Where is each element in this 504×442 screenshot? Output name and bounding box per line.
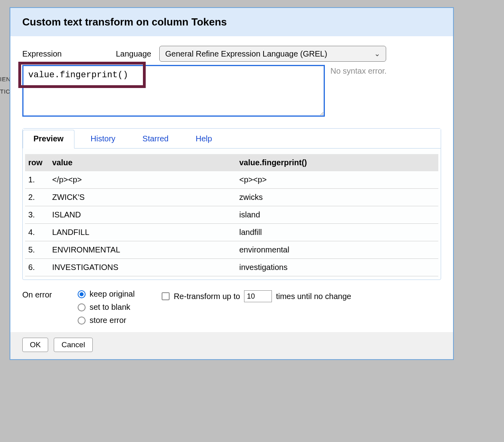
tab-help[interactable]: Help [185,130,223,149]
cell-result: investigations [236,259,438,276]
table-row: 1.</p><p><p><p> [25,171,438,189]
cell-result: landfill [236,224,438,241]
expression-label: Expression [22,49,112,59]
table-row: 2.ZWICK'Szwicks [25,189,438,206]
dialog-footer: OK Cancel [10,332,453,359]
radio-keep-original[interactable] [78,290,86,298]
cell-row: 6. [25,259,49,276]
onerror-label: On error [22,289,68,299]
tab-preview[interactable]: Preview [23,130,74,149]
radio-store-error[interactable] [78,317,86,325]
chevron-down-icon: ⌄ [374,49,380,58]
retransform-count-input[interactable] [244,290,272,302]
preview-table: row value value.fingerprint() 1.</p><p><… [25,154,438,276]
retransform-label-post: times until no change [276,292,351,301]
cell-value: </p><p> [49,171,236,189]
cell-result: <p><p> [236,171,438,189]
language-select[interactable]: General Refine Expression Language (GREL… [159,46,386,62]
cancel-button[interactable]: Cancel [54,338,92,352]
col-row: row [25,154,49,171]
col-value: value [49,154,236,171]
cell-row: 3. [25,206,49,224]
cell-result: zwicks [236,189,438,206]
cell-value: ZWICK'S [49,189,236,206]
radio-store-error-label: store error [90,316,126,325]
onerror-radio-group: keep original set to blank store error [78,289,135,325]
cell-result: island [236,206,438,224]
cell-result: environmental [236,241,438,259]
cell-row: 4. [25,224,49,241]
language-label: Language [116,49,151,59]
expression-input[interactable] [22,65,325,117]
table-row: 4.LANDFILLlandfill [25,224,438,241]
table-row: 3.ISLANDisland [25,206,438,224]
language-select-value: General Refine Expression Language (GREL… [165,49,327,59]
tab-history[interactable]: History [80,130,126,149]
cell-row: 2. [25,189,49,206]
cell-row: 5. [25,241,49,259]
transform-dialog: Custom text transform on column Tokens E… [10,7,454,360]
background-text: IEN TIC [0,76,11,100]
col-result: value.fingerprint() [236,154,438,171]
table-row: 5.ENVIRONMENTALenvironmental [25,241,438,259]
cell-value: ISLAND [49,206,236,224]
tab-bar: Preview History Starred Help [23,129,441,149]
tab-starred[interactable]: Starred [132,130,180,149]
radio-set-blank-label: set to blank [90,303,130,312]
retransform-checkbox[interactable] [162,292,170,300]
results-panel: Preview History Starred Help row value v… [22,128,441,280]
cell-row: 1. [25,171,49,189]
radio-set-blank[interactable] [78,303,86,311]
radio-keep-original-label: keep original [90,289,135,299]
cell-value: LANDFILL [49,224,236,241]
ok-button[interactable]: OK [22,338,48,352]
retransform-label-pre: Re-transform up to [174,292,240,301]
cell-value: INVESTIGATIONS [49,259,236,276]
syntax-status: No syntax error. [330,65,387,119]
dialog-title: Custom text transform on column Tokens [10,8,453,36]
table-row: 6.INVESTIGATIONSinvestigations [25,259,438,276]
cell-value: ENVIRONMENTAL [49,241,236,259]
